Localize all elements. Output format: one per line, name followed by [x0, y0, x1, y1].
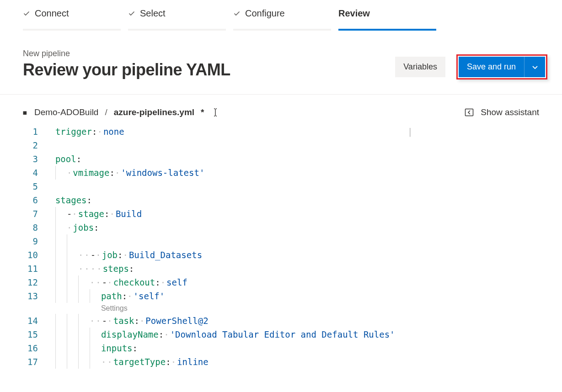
line-number: 7	[27, 207, 38, 221]
line-number: 10	[27, 248, 38, 262]
save-and-run-group: Save and run	[456, 54, 547, 79]
task-settings-hint[interactable]: Settings	[55, 303, 562, 314]
step-label: Configure	[245, 8, 285, 19]
repo-name[interactable]: Demo-ADOBuild	[34, 107, 98, 117]
save-and-run-dropdown[interactable]	[524, 57, 545, 77]
page-header: New pipeline Review your pipeline YAML V…	[0, 31, 562, 95]
line-number: 12	[27, 275, 38, 289]
code-line[interactable]: ····steps:	[55, 262, 562, 275]
show-assistant-button[interactable]: Show assistant	[464, 107, 539, 117]
line-number: 2	[27, 138, 38, 152]
check-icon	[128, 10, 135, 17]
step-label: Connect	[35, 8, 69, 19]
line-number: 16	[27, 341, 38, 355]
chevron-down-icon	[531, 64, 539, 71]
code-line[interactable]: -·stage:·Build	[55, 207, 562, 221]
code-area[interactable]: | trigger:·none pool: ·vmimage:·'windows…	[55, 125, 562, 369]
repo-icon: ◆	[21, 108, 30, 117]
code-line[interactable]: pool:	[55, 152, 562, 166]
line-number: 1	[27, 125, 38, 138]
line-number: 17	[27, 355, 38, 369]
line-number: 8	[27, 221, 38, 234]
save-and-run-button[interactable]: Save and run	[459, 57, 524, 77]
step-review[interactable]: Review	[338, 8, 436, 31]
line-number: 6	[27, 193, 38, 207]
code-line[interactable]: ·vmimage:·'windows-latest'	[55, 166, 562, 180]
code-line[interactable]	[55, 180, 562, 193]
line-number: 4	[27, 166, 38, 180]
code-line[interactable]: ··-·task:·PowerShell@2	[55, 314, 562, 328]
breadcrumb: ◆ Demo-ADOBuild / azure-pipelines.yml *	[23, 107, 220, 117]
line-number: 3	[27, 152, 38, 166]
panel-collapse-icon	[464, 107, 474, 117]
line-number: 9	[27, 234, 38, 248]
step-label: Select	[140, 8, 166, 19]
step-select[interactable]: Select	[128, 8, 226, 31]
code-line[interactable]: ·jobs:	[55, 221, 562, 234]
code-line[interactable]: ··-·checkout:·self	[55, 275, 562, 289]
code-line[interactable]: inputs:	[55, 341, 562, 355]
wizard-steps: Connect Select Configure Review	[0, 0, 562, 31]
line-number: 5	[27, 180, 38, 193]
code-line[interactable]: displayName:·'Download Tabular Editor an…	[55, 328, 562, 341]
code-line[interactable]: path:·'self'	[55, 289, 562, 303]
check-icon	[23, 10, 30, 17]
line-gutter: 1 2 3 4 5 6 7 8 9 10 11 12 13 14 15 16 1…	[27, 125, 55, 369]
code-line[interactable]: trigger:·none	[55, 125, 562, 138]
page-title: Review your pipeline YAML	[23, 60, 230, 79]
breadcrumb-separator: /	[105, 107, 107, 117]
show-assistant-label: Show assistant	[481, 107, 539, 117]
file-bar: ◆ Demo-ADOBuild / azure-pipelines.yml * …	[0, 95, 562, 125]
rename-icon[interactable]	[210, 107, 220, 117]
step-configure[interactable]: Configure	[233, 8, 331, 31]
text-caret: |	[407, 125, 412, 138]
svg-rect-0	[466, 109, 473, 116]
line-number: 15	[27, 328, 38, 341]
variables-button[interactable]: Variables	[395, 57, 445, 77]
code-line[interactable]: ··-·job:·Build_Datasets	[55, 248, 562, 262]
code-line[interactable]: ··targetType:·inline	[55, 355, 562, 369]
modified-indicator: *	[201, 107, 204, 117]
code-line[interactable]	[55, 138, 562, 152]
yaml-editor[interactable]: 1 2 3 4 5 6 7 8 9 10 11 12 13 14 15 16 1…	[0, 125, 562, 369]
code-line[interactable]	[55, 234, 562, 248]
file-name[interactable]: azure-pipelines.yml	[114, 107, 194, 117]
step-label: Review	[338, 8, 370, 19]
line-number: 13	[27, 289, 38, 303]
header-subtitle: New pipeline	[23, 49, 230, 58]
line-number: 14	[27, 314, 38, 328]
check-icon	[233, 10, 241, 17]
code-line[interactable]: stages:	[55, 193, 562, 207]
step-connect[interactable]: Connect	[23, 8, 121, 31]
line-number: 11	[27, 262, 38, 275]
